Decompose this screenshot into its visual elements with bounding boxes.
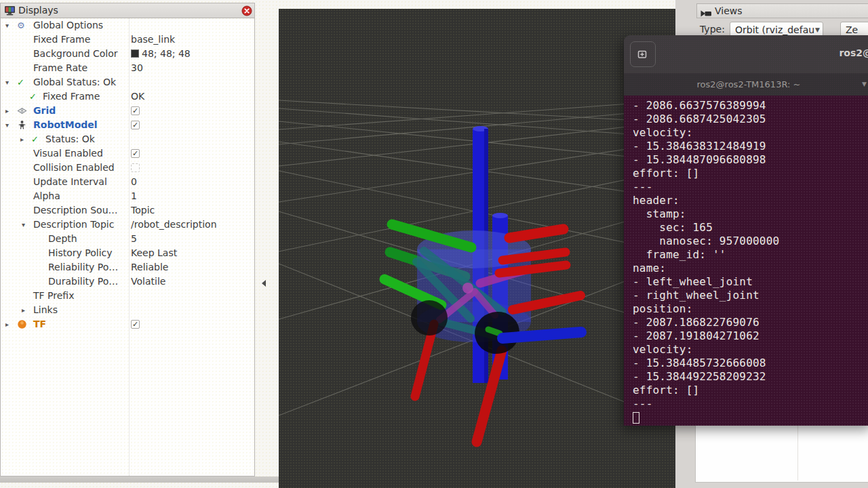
display-row[interactable]: ▾RobotModel✓ [1, 118, 254, 132]
display-row[interactable]: ✓Fixed FrameOK [1, 89, 254, 104]
displays-tree: ▾⚙Global OptionsFixed Framebase_linkBack… [1, 18, 254, 476]
terminal-line: - 2086.6687425042305 [633, 113, 868, 126]
check-icon: ✓ [31, 134, 41, 144]
tf-icon [17, 319, 27, 329]
new-tab-button[interactable] [630, 41, 656, 67]
property-value[interactable] [131, 161, 140, 175]
display-row[interactable]: Update Interval0 [1, 175, 254, 189]
panel-collapse-arrow-icon[interactable] [262, 280, 266, 287]
property-value[interactable]: Keep Last [131, 246, 177, 260]
property-value[interactable]: ✓ [131, 104, 140, 118]
chevron-down-icon[interactable]: ▾ [22, 218, 25, 232]
render-viewport[interactable] [279, 9, 675, 488]
property-value[interactable]: 5 [131, 232, 137, 246]
property-label: Alpha [33, 189, 60, 203]
display-row[interactable]: Durability Po…Volatile [1, 274, 254, 289]
display-row[interactable]: Visual Enabled✓ [1, 146, 254, 161]
property-label: Frame Rate [33, 61, 87, 75]
property-value[interactable]: 0 [131, 175, 137, 189]
display-row[interactable]: Depth5 [1, 232, 254, 246]
chevron-down-icon[interactable]: ▾ [5, 75, 9, 89]
property-value[interactable]: ✓ [131, 317, 140, 331]
terminal-header[interactable]: ros2@ [624, 35, 868, 73]
grid-icon [17, 106, 27, 116]
property-label: Collision Enabled [33, 161, 115, 175]
checkbox[interactable] [131, 163, 140, 172]
property-value[interactable]: Topic [131, 203, 155, 218]
display-row[interactable]: Description Sou…Topic [1, 203, 254, 218]
chevron-down-icon[interactable]: ▾ [5, 118, 9, 132]
property-label: Update Interval [33, 175, 107, 189]
display-row[interactable]: ▾⚙Global Options [1, 18, 254, 33]
close-icon[interactable] [241, 5, 252, 16]
display-row[interactable]: Alpha1 [1, 189, 254, 203]
terminal-line: - 2087.191804271062 [633, 329, 868, 343]
property-value[interactable]: /robot_description [131, 218, 217, 232]
panel-resize-handle[interactable] [0, 476, 279, 483]
gear-icon: ⚙ [17, 20, 27, 30]
property-value[interactable]: ✓ [131, 118, 140, 132]
display-row[interactable]: ▸TF✓ [1, 317, 254, 331]
views-type-label: Type: [700, 24, 725, 35]
property-label: Durability Po… [48, 274, 118, 289]
display-row[interactable]: TF Prefix [1, 289, 254, 303]
views-panel-title: Views [715, 5, 743, 16]
property-label: Status: Ok [45, 132, 95, 146]
property-label: Visual Enabled [33, 146, 103, 161]
display-row[interactable]: ▸Grid✓ [1, 104, 254, 118]
property-value[interactable]: Reliable [131, 260, 168, 274]
terminal-tab-bar: ros2@ros2-TM1613R: ~ ▼ [624, 73, 868, 96]
terminal-line: velocity: [633, 126, 868, 140]
tf-axis-green-nub [488, 329, 500, 333]
terminal-tab[interactable]: ros2@ros2-TM1613R: ~ [697, 73, 801, 96]
display-row[interactable]: Reliability Po…Reliable [1, 260, 254, 274]
chevron-right-icon[interactable]: ▸ [5, 104, 9, 118]
property-label: Global Status: Ok [33, 75, 116, 89]
check-icon: ✓ [29, 92, 39, 102]
property-label: Fixed Frame [43, 89, 100, 104]
chevron-down-icon[interactable]: ▾ [5, 18, 9, 33]
tab-list-chevron-icon[interactable]: ▼ [862, 73, 867, 96]
property-value[interactable]: 30 [131, 61, 143, 75]
chevron-right-icon[interactable]: ▸ [5, 317, 9, 331]
displays-panel-title: Displays [18, 5, 58, 16]
views-panel-titlebar[interactable]: Views [696, 3, 868, 18]
terminal-window-title: ros2@ [839, 47, 868, 58]
display-row[interactable]: ▸Links [1, 303, 254, 317]
checkbox[interactable]: ✓ [131, 320, 140, 329]
property-value[interactable]: 48; 48; 48 [131, 47, 191, 61]
checkbox[interactable]: ✓ [131, 121, 140, 129]
terminal-line: - 15.384492258209232 [633, 370, 868, 384]
terminal-line: effort: [] [633, 384, 868, 397]
display-row[interactable]: Fixed Framebase_link [1, 33, 254, 47]
property-label: Background Color [33, 47, 118, 61]
terminal-line: --- [633, 180, 868, 194]
property-value[interactable]: base_link [131, 33, 175, 47]
display-row[interactable]: Background Color48; 48; 48 [1, 47, 254, 61]
property-label: Fixed Frame [33, 33, 90, 47]
chevron-right-icon[interactable]: ▸ [20, 132, 24, 146]
views-camera-icon [701, 7, 712, 22]
terminal-line: - 15.384485732666008 [633, 357, 868, 370]
terminal-output[interactable]: - 2086.6637576389994- 2086.6687425042305… [624, 96, 868, 426]
display-row[interactable]: Frame Rate30 [1, 61, 254, 75]
terminal-line: - 15.384638312484919 [633, 140, 868, 153]
displays-panel-titlebar[interactable]: Displays [1, 3, 254, 18]
display-row[interactable]: ▾Description Topic/robot_description [1, 218, 254, 232]
terminal-line: name: [633, 262, 868, 275]
terminal-line: - 15.384487096680898 [633, 153, 868, 167]
checkbox[interactable]: ✓ [131, 149, 140, 158]
chevron-right-icon[interactable]: ▸ [22, 303, 25, 317]
property-label: Reliability Po… [48, 260, 118, 274]
checkbox[interactable]: ✓ [131, 106, 140, 115]
display-row[interactable]: ▾✓Global Status: Ok [1, 75, 254, 89]
property-value[interactable]: OK [131, 89, 144, 104]
display-row[interactable]: ▸✓Status: Ok [1, 132, 254, 146]
display-row[interactable]: Collision Enabled [1, 161, 254, 175]
terminal-line: position: [633, 302, 868, 316]
property-value[interactable]: Volatile [131, 274, 165, 289]
property-value[interactable]: 1 [131, 189, 137, 203]
property-label: Description Topic [33, 218, 114, 232]
display-row[interactable]: History PolicyKeep Last [1, 246, 254, 260]
property-value[interactable]: ✓ [131, 146, 140, 161]
